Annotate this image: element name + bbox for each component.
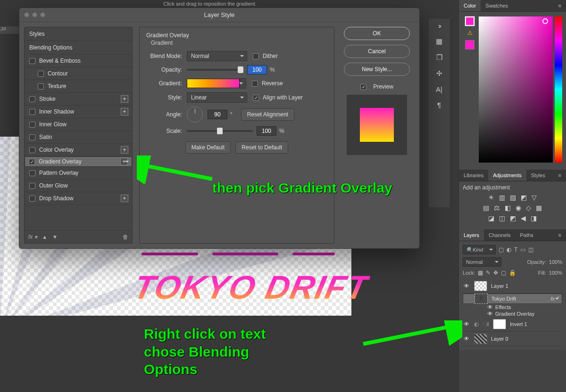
- style-outer-glow[interactable]: Outer Glow: [25, 180, 132, 192]
- new-style-button[interactable]: New Style...: [344, 63, 410, 76]
- styles-header[interactable]: Styles: [25, 27, 132, 41]
- tab-color[interactable]: Color: [459, 0, 481, 11]
- move-down-icon[interactable]: ▼: [52, 234, 58, 240]
- angle-input[interactable]: 90: [208, 110, 227, 119]
- style-gradient-overlay[interactable]: Gradient Overlay+: [25, 156, 132, 167]
- layer-mask-thumb[interactable]: [493, 319, 506, 329]
- lock-all-icon[interactable]: 🔒: [509, 270, 516, 276]
- photo-filter-icon[interactable]: ◉: [516, 204, 521, 212]
- align-checkbox[interactable]: [253, 95, 259, 101]
- layer-row-selected[interactable]: 👁 T Tokyo Drift fx ˅: [463, 294, 562, 304]
- balance-icon[interactable]: ⚖: [494, 204, 500, 212]
- opacity-input[interactable]: 100: [247, 65, 267, 74]
- tab-paths[interactable]: Paths: [516, 229, 538, 241]
- filter-adjust-icon[interactable]: ◐: [507, 246, 511, 253]
- window-traffic-lights[interactable]: [24, 12, 45, 17]
- style-pattern-overlay[interactable]: Pattern Overlay: [25, 167, 132, 180]
- layer-name[interactable]: Invert 1: [510, 321, 527, 327]
- channel-mixer-icon[interactable]: ◇: [526, 204, 531, 212]
- expand-icon[interactable]: ››: [438, 22, 440, 30]
- style-satin[interactable]: Satin: [25, 131, 132, 144]
- tab-libraries[interactable]: Libraries: [459, 170, 488, 181]
- panel-menu-icon[interactable]: ≡: [554, 229, 566, 241]
- layer-blend-select[interactable]: Normal: [463, 257, 501, 267]
- style-bevel-emboss[interactable]: Bevel & Emboss: [25, 55, 132, 67]
- layer-filter-kind[interactable]: 🔍Kind: [463, 245, 496, 254]
- layer-sub-gradient[interactable]: 👁 Gradient Overlay: [463, 310, 562, 317]
- layer-thumb[interactable]: [474, 334, 487, 344]
- character-icon[interactable]: A|: [436, 85, 442, 93]
- reset-default-button[interactable]: Reset to Default: [235, 141, 288, 154]
- link-icon[interactable]: ◐: [474, 321, 479, 327]
- blending-options-header[interactable]: Blending Options: [25, 41, 132, 55]
- checkbox[interactable]: [29, 96, 35, 102]
- gradient-dropdown[interactable]: [240, 78, 246, 89]
- layer-name[interactable]: Tokyo Drift: [491, 296, 516, 302]
- checkbox[interactable]: [38, 71, 44, 77]
- paragraph-icon[interactable]: ¶: [437, 101, 441, 109]
- angle-dial[interactable]: [187, 106, 203, 122]
- fill-value[interactable]: 100%: [549, 270, 562, 276]
- style-stroke[interactable]: Stroke+: [25, 93, 132, 106]
- panel-menu-icon[interactable]: ≡: [554, 0, 566, 11]
- filter-image-icon[interactable]: ▢: [499, 246, 504, 253]
- picker-cursor[interactable]: [542, 18, 548, 24]
- dither-checkbox[interactable]: [253, 53, 259, 59]
- make-default-button[interactable]: Make Default: [185, 141, 231, 154]
- warning-icon[interactable]: ⚠: [467, 30, 473, 36]
- preview-checkbox[interactable]: [360, 84, 366, 90]
- ok-button[interactable]: OK: [344, 27, 410, 40]
- hue-slider[interactable]: [555, 16, 562, 163]
- lock-move-icon[interactable]: ✥: [493, 270, 498, 276]
- cancel-button[interactable]: Cancel: [344, 45, 410, 58]
- fx-indicator[interactable]: fx ˅: [550, 296, 559, 302]
- tab-layers[interactable]: Layers: [459, 229, 484, 241]
- reverse-checkbox[interactable]: [252, 81, 258, 87]
- style-inner-shadow[interactable]: Inner Shadow+: [25, 106, 132, 118]
- opacity-slider[interactable]: [187, 69, 243, 71]
- checkbox[interactable]: [29, 147, 35, 153]
- color-picker-field[interactable]: [479, 16, 553, 163]
- eye-icon[interactable]: 👁: [464, 321, 470, 327]
- lock-pixels-icon[interactable]: ▩: [478, 270, 483, 276]
- style-select[interactable]: Linear: [187, 92, 247, 103]
- bw-icon[interactable]: ◧: [505, 204, 511, 212]
- plus-icon[interactable]: +: [121, 195, 128, 202]
- layer-row[interactable]: 👁 Layer 1: [463, 279, 562, 294]
- foreground-swatch[interactable]: [465, 16, 474, 26]
- plus-icon[interactable]: +: [120, 158, 128, 165]
- cube-icon[interactable]: ❒: [436, 53, 442, 62]
- checkbox[interactable]: [29, 170, 35, 176]
- layer-thumb[interactable]: [474, 281, 487, 291]
- layer-sub-effects[interactable]: 👁 Effects: [463, 304, 562, 310]
- filter-text-icon[interactable]: T: [514, 246, 517, 253]
- background-swatch[interactable]: [465, 40, 474, 49]
- plus-icon[interactable]: +: [121, 95, 128, 103]
- filter-smart-icon[interactable]: ◫: [528, 246, 533, 253]
- style-inner-glow[interactable]: Inner Glow: [25, 118, 132, 131]
- scale-input[interactable]: 100: [257, 126, 276, 136]
- checkbox[interactable]: [29, 196, 35, 202]
- hue-icon[interactable]: ▤: [483, 204, 489, 212]
- lock-brush-icon[interactable]: ✎: [486, 270, 491, 276]
- checkbox[interactable]: [29, 159, 35, 165]
- brushes-icon[interactable]: ✢: [436, 69, 442, 78]
- blend-mode-select[interactable]: Normal: [187, 51, 247, 61]
- plus-icon[interactable]: +: [121, 108, 128, 115]
- levels-icon[interactable]: ▥: [499, 194, 505, 201]
- vibrance-icon[interactable]: ▽: [532, 194, 537, 201]
- plus-icon[interactable]: +: [121, 146, 128, 154]
- tab-swatches[interactable]: Swatches: [481, 0, 513, 11]
- checkbox[interactable]: [29, 58, 35, 64]
- canvas-text-tokyo-drift[interactable]: TOKYO DRIFT: [130, 269, 372, 306]
- layer-opacity-value[interactable]: 100%: [549, 259, 562, 265]
- swatches-dock-icon[interactable]: ▦: [436, 37, 442, 46]
- posterize-icon[interactable]: ◫: [499, 214, 505, 222]
- tab-styles[interactable]: Styles: [526, 170, 550, 181]
- layer-thumb-text[interactable]: T: [474, 294, 488, 304]
- trash-icon[interactable]: 🗑: [123, 234, 128, 240]
- scale-slider[interactable]: [187, 130, 253, 132]
- tab-channels[interactable]: Channels: [484, 229, 515, 241]
- eye-icon[interactable]: 👁: [464, 283, 470, 289]
- style-contour[interactable]: Contour: [25, 67, 132, 80]
